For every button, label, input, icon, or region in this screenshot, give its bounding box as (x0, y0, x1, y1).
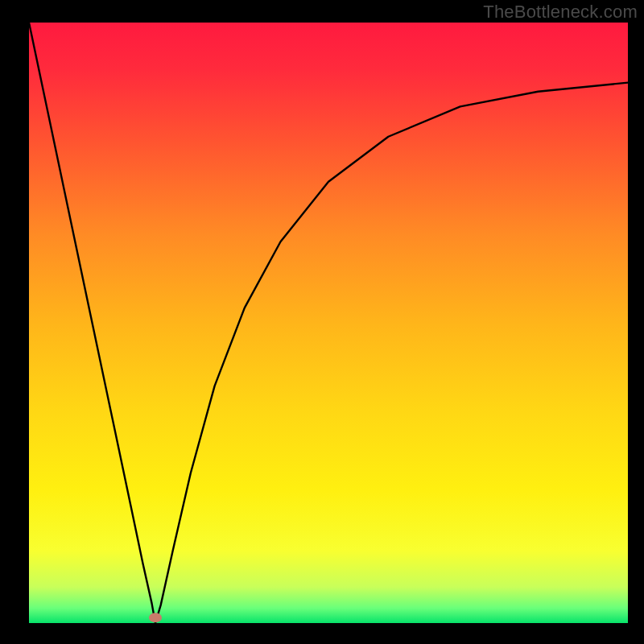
chart-frame: TheBottleneck.com (0, 0, 644, 644)
watermark-text: TheBottleneck.com (483, 2, 638, 23)
optimal-marker (149, 613, 162, 622)
plot-area (29, 23, 628, 623)
gradient-rect (29, 23, 628, 623)
chart-svg (29, 23, 628, 623)
